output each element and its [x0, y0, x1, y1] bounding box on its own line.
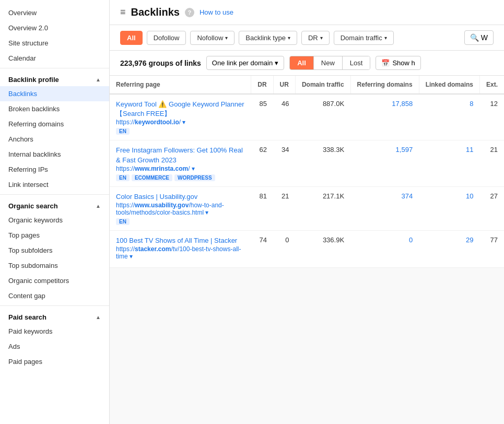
row-1-linked_domains[interactable]: 11 — [419, 140, 479, 186]
row-0-domain_traffic: 887.0K — [295, 94, 350, 140]
sidebar-section-organic-search[interactable]: Organic search ▲ — [0, 197, 109, 213]
filter-domain-traffic-button[interactable]: Domain traffic ▾ — [334, 31, 394, 45]
sidebar-item-internal-backlinks[interactable]: Internal backlinks — [0, 147, 109, 162]
tag-badge: EN — [116, 174, 130, 181]
row-3-link-cell: 100 Best TV Shows of All Time | Stackerh… — [110, 230, 251, 267]
col-referring-domains: Referring domains — [350, 76, 419, 94]
row-2-tags: EN — [116, 218, 245, 225]
row-3-url[interactable]: https://stacker.com/tv/100-best-tv-shows… — [116, 245, 245, 260]
link-per-domain-label: One link per domain — [212, 59, 273, 67]
row-2-url[interactable]: https://www.usability.gov/how-to-and-too… — [116, 202, 245, 216]
filter-backlink-type-button[interactable]: Backlink type ▾ — [239, 31, 297, 45]
sidebar-item-content-gap[interactable]: Content gap — [0, 288, 109, 303]
all-new-lost-tabs: All New Lost — [289, 56, 370, 70]
row-2-linked_domains[interactable]: 10 — [419, 186, 479, 230]
filter-all-button[interactable]: All — [120, 31, 143, 45]
row-1-ur: 34 — [273, 140, 295, 186]
col-referring-page: Referring page — [110, 76, 251, 94]
show-history-button[interactable]: 📅 Show h — [376, 56, 420, 70]
backlink-type-caret-icon: ▾ — [288, 35, 290, 41]
help-icon[interactable]: ? — [185, 8, 194, 17]
row-0-title[interactable]: Keyword Tool ⚠️ Google Keyword Planner【S… — [116, 100, 245, 119]
divider-2 — [0, 194, 109, 195]
table-header-row: Referring page DR UR Domain traffic Refe… — [110, 76, 504, 94]
filter-dr-button[interactable]: DR ▾ — [301, 31, 330, 45]
row-0-dr: 85 — [251, 94, 273, 140]
tab-all[interactable]: All — [290, 56, 314, 69]
tab-lost[interactable]: Lost — [343, 56, 370, 69]
sidebar-item-top-subdomains[interactable]: Top subdomains — [0, 258, 109, 273]
sidebar-item-overview[interactable]: Overview — [0, 5, 109, 20]
row-3-referring_domains[interactable]: 0 — [350, 230, 419, 267]
col-ur: UR — [273, 76, 295, 94]
row-0-url[interactable]: https://keywordtool.io/ ▾ — [116, 119, 245, 126]
how-to-use-link[interactable]: How to use — [200, 8, 233, 16]
filter-dofollow-button[interactable]: Dofollow — [147, 31, 186, 45]
sidebar-section-paid-label: Paid search — [8, 313, 46, 321]
sidebar-item-broken-backlinks[interactable]: Broken backlinks — [0, 101, 109, 116]
sidebar-item-calendar[interactable]: Calendar — [0, 51, 109, 66]
backlinks-table: Referring page DR UR Domain traffic Refe… — [110, 76, 504, 268]
row-2-link-cell: Color Basics | Usability.govhttps://www.… — [110, 186, 251, 230]
filter-nofollow-button[interactable]: Nofollow ▾ — [190, 31, 235, 45]
row-1-tags: ENECOMMERCEWORDPRESS — [116, 174, 245, 181]
row-2-title[interactable]: Color Basics | Usability.gov — [116, 192, 245, 202]
sidebar-item-top-pages[interactable]: Top pages — [0, 228, 109, 243]
table-controls: 223,976 groups of links One link per dom… — [110, 51, 504, 76]
row-2-ext: 27 — [479, 186, 504, 230]
url-dropdown-icon[interactable]: ▾ — [130, 253, 133, 260]
collapse-arrow-paid-icon: ▲ — [96, 314, 101, 320]
sidebar-item-referring-domains[interactable]: Referring domains — [0, 116, 109, 132]
sidebar-item-referring-ips[interactable]: Referring IPs — [0, 162, 109, 177]
sidebar-item-ads[interactable]: Ads — [0, 339, 109, 354]
sidebar-section-label: Backlink profile — [8, 76, 59, 84]
sidebar-item-organic-competitors[interactable]: Organic competitors — [0, 273, 109, 288]
sidebar-item-paid-keywords[interactable]: Paid keywords — [0, 324, 109, 339]
row-0-linked_domains[interactable]: 8 — [419, 94, 479, 140]
row-1-ext: 21 — [479, 140, 504, 186]
col-dr: DR — [251, 76, 273, 94]
sidebar-item-top-subfolders[interactable]: Top subfolders — [0, 243, 109, 258]
sidebar-item-organic-keywords[interactable]: Organic keywords — [0, 213, 109, 228]
row-2-referring_domains[interactable]: 374 — [350, 186, 419, 230]
sidebar-item-overview-2[interactable]: Overview 2.0 — [0, 20, 109, 36]
table-row: Keyword Tool ⚠️ Google Keyword Planner【S… — [110, 94, 504, 140]
tag-badge: EN — [116, 218, 130, 225]
domain-traffic-caret-icon: ▾ — [384, 35, 387, 41]
row-1-url[interactable]: https://www.mrinsta.com/ ▾ — [116, 165, 245, 172]
tag-badge: EN — [116, 128, 130, 135]
nofollow-label: Nofollow — [197, 34, 223, 42]
row-1-title[interactable]: Free Instagram Followers: Get 100% Real … — [116, 146, 245, 164]
table-row: 100 Best TV Shows of All Time | Stackerh… — [110, 230, 504, 267]
row-1-referring_domains[interactable]: 1,597 — [350, 140, 419, 186]
row-0-tags: EN — [116, 128, 245, 135]
url-dropdown-icon[interactable]: ▾ — [205, 209, 208, 216]
sidebar-section-backlink-profile[interactable]: Backlink profile ▲ — [0, 70, 109, 86]
hamburger-menu-icon[interactable]: ≡ — [120, 7, 126, 18]
sidebar-item-link-intersect[interactable]: Link intersect — [0, 177, 109, 192]
tab-new[interactable]: New — [314, 56, 343, 69]
sidebar: Overview Overview 2.0 Site structure Cal… — [0, 0, 110, 424]
row-0-ext: 12 — [479, 94, 504, 140]
row-3-linked_domains[interactable]: 29 — [419, 230, 479, 267]
search-button[interactable]: 🔍 W — [464, 30, 494, 45]
sidebar-item-site-structure[interactable]: Site structure — [0, 36, 109, 51]
link-per-domain-dropdown[interactable]: One link per domain ▾ — [206, 56, 284, 70]
sidebar-section-paid-search[interactable]: Paid search ▲ — [0, 308, 109, 324]
tag-badge: WORDPRESS — [174, 174, 215, 181]
col-domain-traffic: Domain traffic — [295, 76, 350, 94]
row-0-referring_domains[interactable]: 17,858 — [350, 94, 419, 140]
url-dropdown-icon[interactable]: ▾ — [182, 119, 185, 126]
url-dropdown-icon[interactable]: ▾ — [192, 165, 195, 172]
row-2-ur: 21 — [273, 186, 295, 230]
sidebar-item-paid-pages[interactable]: Paid pages — [0, 354, 109, 369]
sidebar-item-anchors[interactable]: Anchors — [0, 132, 109, 147]
row-1-link-cell: Free Instagram Followers: Get 100% Real … — [110, 140, 251, 186]
collapse-arrow-icon: ▲ — [96, 77, 101, 83]
row-3-title[interactable]: 100 Best TV Shows of All Time | Stacker — [116, 236, 245, 245]
col-linked-domains: Linked domains — [419, 76, 479, 94]
row-2-dr: 81 — [251, 186, 273, 230]
sidebar-item-backlinks[interactable]: Backlinks — [0, 86, 109, 101]
sidebar-section-organic-label: Organic search — [8, 202, 58, 210]
table-row: Free Instagram Followers: Get 100% Real … — [110, 140, 504, 186]
